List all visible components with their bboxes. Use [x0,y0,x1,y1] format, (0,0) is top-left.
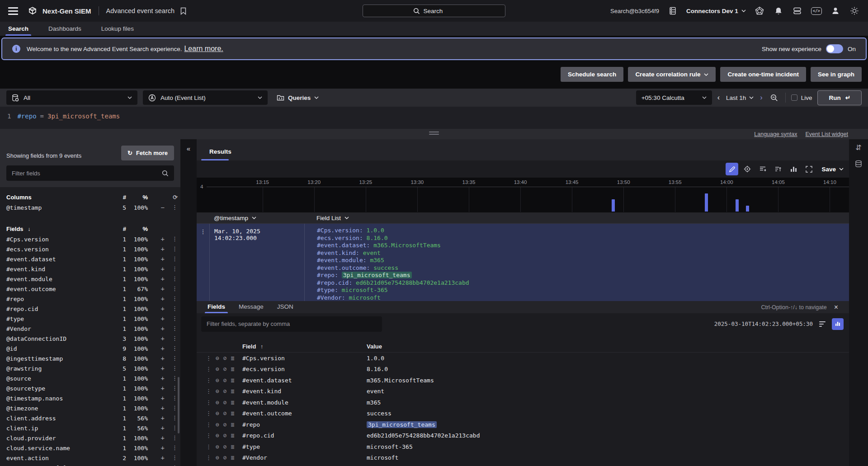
kebab-menu-icon[interactable]: ⋮ [172,414,178,422]
global-search-input[interactable] [424,8,455,14]
exclude-filter-icon[interactable]: ⊖ [216,355,219,362]
theme-sun-icon[interactable] [849,5,860,16]
not-equal-filter-icon[interactable]: ⊘ [223,377,227,384]
sort-descending-icon[interactable]: ↓ [28,226,30,232]
field-list-icon[interactable]: ≣ [231,410,235,417]
not-equal-filter-icon[interactable]: ⊘ [223,443,227,450]
tab-fields[interactable]: Fields [208,303,225,313]
not-equal-filter-icon[interactable]: ⊘ [223,388,227,395]
add-column-icon[interactable]: + [161,295,165,302]
not-equal-filter-icon[interactable]: ⊘ [223,366,227,372]
collapse-vertical-icon[interactable]: ⇵ [853,142,864,153]
kebab-menu-icon[interactable]: ⋮ [172,315,178,322]
sidebar-field-row[interactable]: #Cps.version1100%+⋮ [6,234,178,244]
kebab-menu-icon[interactable]: ⋮ [172,395,178,402]
kebab-menu-icon[interactable]: ⋮ [172,305,178,312]
collapse-sidebar-icon[interactable]: « [183,143,194,154]
tab-lookup-files[interactable]: Lookup files [101,25,134,36]
kebab-menu-icon[interactable]: ⋮ [172,285,178,292]
sidebar-field-row[interactable]: #event.module1100%+⋮ [6,274,178,284]
table-row[interactable]: ⋮⊖⊘≣#repo3pi_microsoft_teams [197,419,849,430]
exclude-filter-icon[interactable]: ⊖ [216,454,219,461]
add-column-icon[interactable]: + [161,335,165,342]
user-profile-icon[interactable] [830,5,841,16]
sidebar-field-row[interactable]: #event.outcome167%+⋮ [6,284,178,294]
save-button[interactable]: Save [821,166,844,173]
global-search-box[interactable] [363,5,505,17]
timezone-dropdown[interactable]: +05:30 Calcutta [636,90,712,105]
kebab-menu-icon[interactable]: ⋮ [206,432,212,439]
exclude-filter-icon[interactable]: ⊖ [216,399,219,406]
time-range-selector[interactable]: Last 1h [726,94,754,101]
edit-columns-button[interactable] [726,163,738,175]
exclude-filter-icon[interactable]: ⊖ [216,421,219,428]
field-list-icon[interactable]: ≣ [231,421,235,428]
add-column-icon[interactable]: + [161,275,165,282]
sidebar-field-row[interactable]: #ecs.version1100%+⋮ [6,244,178,254]
saved-views-icon[interactable] [853,158,864,169]
add-column-icon[interactable]: + [161,355,165,362]
kebab-menu-icon[interactable]: ⋮ [172,255,178,263]
column-row-timestamp[interactable]: @timestamp 5 100% −⋮ [6,202,178,212]
sidebar-field-row[interactable]: cloud.service.name1100%+⋮ [6,443,178,453]
add-column-icon[interactable]: + [161,305,165,312]
run-button[interactable]: Run ↵ [817,90,862,105]
repo-selector-dropdown[interactable]: All [6,90,137,105]
field-list-icon[interactable]: ≣ [231,454,235,461]
learn-more-link[interactable]: Learn more. [184,45,223,53]
language-syntax-link[interactable]: Language syntax [754,131,797,137]
add-column-icon[interactable]: + [161,464,165,466]
schedule-search-button[interactable]: Schedule search [561,67,623,82]
sidebar-field-row[interactable]: client.ip156%+⋮ [6,423,178,433]
exclude-filter-icon[interactable]: ⊖ [216,410,219,417]
sidebar-field-row[interactable]: event.category[0]1100%+⋮ [6,463,178,466]
fullscreen-button[interactable] [802,163,815,175]
add-column-icon[interactable]: + [161,255,165,263]
support-chat-icon[interactable] [792,5,803,16]
query-editor[interactable]: 1#repo=3pi_microsoft_teams [0,107,868,129]
inspector-filter-input[interactable] [207,320,377,327]
fetch-more-button[interactable]: ↻ Fetch more [121,146,174,160]
sidebar-field-row[interactable]: #event.dataset1100%+⋮ [6,254,178,264]
sidebar-filter-box[interactable] [6,165,174,181]
kebab-menu-icon[interactable]: ⋮ [172,424,178,432]
open-in-search-button[interactable] [832,318,844,330]
kebab-menu-icon[interactable]: ⋮ [172,325,178,332]
not-equal-filter-icon[interactable]: ⊘ [223,399,227,406]
time-back-icon[interactable]: ‹ [717,94,720,102]
table-row[interactable]: ⋮⊖⊘≣#event.datasetm365.MicrosoftTeams [197,375,849,386]
kebab-menu-icon[interactable]: ⋮ [172,385,178,392]
kebab-menu-icon[interactable]: ⋮ [206,410,212,417]
queries-menu-button[interactable]: Queries [273,94,322,101]
sidebar-field-row[interactable]: @id9100%+⋮ [6,344,178,353]
histogram-button[interactable] [787,163,800,175]
time-forward-icon[interactable]: › [760,94,762,102]
exclude-filter-icon[interactable]: ⊖ [216,377,219,384]
field-list-icon[interactable]: ≣ [231,355,235,362]
field-list-icon[interactable]: ≣ [231,377,235,384]
tab-json[interactable]: JSON [277,303,293,313]
tab-search[interactable]: Search [8,25,28,36]
bookmark-icon[interactable] [180,7,187,15]
sidebar-field-row[interactable]: #repo1100%+⋮ [6,294,178,304]
add-column-icon[interactable]: + [161,265,165,273]
timestamp-column-header[interactable]: @timestamp [209,215,304,221]
sidebar-field-row[interactable]: @ingesttimestamp8100%+⋮ [6,353,178,363]
add-column-icon[interactable]: + [161,325,165,332]
add-column-icon[interactable]: + [161,454,165,461]
api-code-icon[interactable]: </> [811,7,822,15]
field-list-icon[interactable]: ≣ [231,366,235,372]
event-histogram[interactable]: 13:1513:2013:2513:3013:3513:4013:4513:50… [197,178,849,212]
add-column-icon[interactable]: + [161,395,165,402]
view-mode-dropdown[interactable]: Auto (Event List) [143,90,268,105]
export-button[interactable] [756,163,769,175]
target-button[interactable] [741,163,754,175]
exclude-filter-icon[interactable]: ⊖ [216,432,219,439]
add-column-icon[interactable]: + [161,405,165,412]
histogram-bar[interactable] [736,199,739,212]
fieldlist-column-header[interactable]: Field List [304,215,849,221]
server-icon[interactable] [667,5,678,16]
kebab-menu-icon[interactable]: ⋮ [206,377,212,384]
product-logo-icon[interactable] [27,5,38,16]
sidebar-field-row[interactable]: @sourcetype1100%+⋮ [6,383,178,393]
